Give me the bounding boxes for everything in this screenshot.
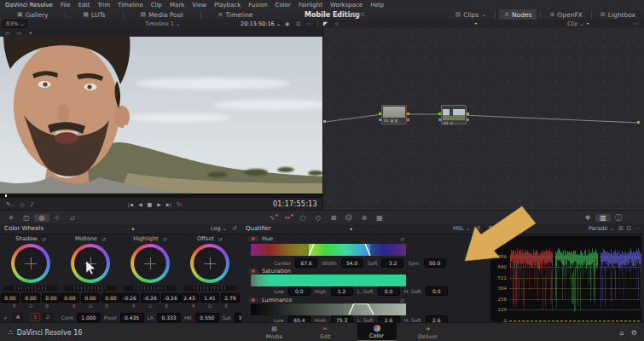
midtone-color-wheel[interactable]: [71, 244, 110, 283]
menu-playback[interactable]: Playback: [214, 2, 241, 9]
window-alt-icon[interactable]: ◇: [310, 214, 326, 222]
lum-enable-toggle[interactable]: [248, 298, 258, 303]
settings-icon[interactable]: ⚙: [631, 329, 637, 337]
midtone-master-wheel[interactable]: [64, 286, 117, 291]
wheel-rgb-value[interactable]: 0.00: [42, 293, 61, 303]
menu-help[interactable]: Help: [370, 2, 384, 9]
timeline-button[interactable]: ≡Timeline: [213, 9, 258, 20]
sat-low-value[interactable]: 0.0: [288, 286, 310, 296]
wheel-rgb-value[interactable]: 1.41: [200, 293, 219, 303]
audio-mute-icon[interactable]: ♪: [27, 201, 36, 208]
reset-icon[interactable]: ↺: [102, 236, 106, 242]
adjust-value-hr[interactable]: 0.550: [195, 313, 219, 322]
wipe-mode-icon[interactable]: ▭: [5, 30, 10, 36]
node-mode-select[interactable]: Clip ⌄ •: [567, 20, 589, 27]
master-timecode[interactable]: 20:13:50:16 ⌄: [241, 20, 281, 27]
enhanced-viewer-icon[interactable]: ✦: [28, 30, 32, 36]
menu-workspace[interactable]: Workspace: [330, 2, 363, 9]
wheel-rgb-value[interactable]: -0.26: [141, 293, 160, 303]
scope-layout-icon[interactable]: ☰: [618, 225, 624, 232]
sat-enable-toggle[interactable]: [248, 269, 258, 275]
menu-trim[interactable]: Trim: [97, 2, 110, 9]
gallery-button[interactable]: ▣Gallery: [12, 9, 53, 20]
wheel-page-2[interactable]: 2: [43, 313, 53, 321]
source-output-port[interactable]: [323, 120, 326, 123]
grab-still-icon[interactable]: ◎: [17, 201, 27, 208]
menu-file[interactable]: File: [61, 2, 71, 9]
hue-enable-toggle[interactable]: [248, 236, 258, 242]
tracker-icon[interactable]: ⊹: [49, 214, 65, 222]
wheel-page-1[interactable]: 1: [30, 313, 40, 321]
hue-soft-value[interactable]: 3.2: [381, 258, 403, 268]
home-icon[interactable]: ⌂: [620, 329, 624, 337]
wheel-rgb-value[interactable]: -0.26: [120, 293, 139, 303]
info-icon[interactable]: ⓘ: [611, 213, 626, 223]
sat-high-value[interactable]: 1.2: [331, 286, 353, 296]
more-icon[interactable]: ⋯: [633, 20, 639, 27]
panel-page-dots[interactable]: • · · ·: [350, 226, 374, 232]
adjust-value-lr[interactable]: 0.333: [157, 313, 181, 322]
menu-color[interactable]: Color: [276, 2, 291, 9]
step-back-button[interactable]: ◀: [136, 201, 145, 207]
motion-effects-icon[interactable]: ≋: [357, 214, 372, 222]
menu-fairlight[interactable]: Fairlight: [299, 2, 322, 9]
wheel-rgb-value[interactable]: 0.00: [21, 293, 40, 303]
play-button[interactable]: ▶: [154, 201, 164, 207]
adjust-value-cont[interactable]: 1.000: [77, 313, 101, 322]
qualifier-icon[interactable]: ✑: [280, 214, 295, 222]
skip-end-button[interactable]: ▶|: [164, 202, 174, 207]
node-01[interactable]: 01 ◍: [441, 105, 467, 124]
lum-range-bar[interactable]: [251, 303, 406, 315]
color-wheels-icon[interactable]: ◎: [34, 214, 49, 222]
expand-icon[interactable]: ⊡: [296, 20, 300, 27]
reset-icon[interactable]: ↺: [400, 236, 404, 242]
stop-button[interactable]: ■: [145, 201, 155, 207]
menu-view[interactable]: View: [192, 2, 206, 9]
sink-input-port[interactable]: [637, 121, 640, 124]
tab-media[interactable]: ▤Media: [255, 323, 294, 341]
node-page-dots[interactable]: • ·: [474, 20, 481, 27]
sat-lsoft-value[interactable]: 0.0: [378, 286, 400, 296]
media-pool-button[interactable]: ▤Media Pool: [136, 9, 189, 20]
hue-center-value[interactable]: 67.6: [295, 258, 317, 268]
tab-edit[interactable]: ✂Edit: [306, 323, 345, 341]
window-icon[interactable]: ○: [295, 214, 310, 222]
menu-fusion[interactable]: Fusion: [248, 2, 267, 9]
scopes-palette-icon[interactable]: ▥: [595, 214, 611, 222]
wheel-rgb-value[interactable]: 0.00: [1, 293, 20, 303]
menu-timeline[interactable]: Timeline: [118, 2, 143, 9]
pointer-tool-icon[interactable]: ◤: [323, 20, 328, 27]
keyer-icon[interactable]: ⊠: [326, 214, 341, 222]
nodes-button[interactable]: ⋔Nodes: [499, 9, 537, 20]
reset-icon[interactable]: ↺: [42, 236, 46, 242]
face-refinement-icon[interactable]: ☺: [341, 214, 357, 222]
clips-button[interactable]: ▥Clips⌄: [450, 9, 492, 20]
color-mixer-icon[interactable]: ◫: [19, 214, 34, 222]
sat-hsoft-value[interactable]: 0.0: [426, 286, 448, 296]
scopes-mode-select[interactable]: Parade ⌄: [589, 225, 614, 232]
menu-clip[interactable]: Clip: [151, 2, 162, 9]
offset-color-wheel[interactable]: [190, 244, 229, 283]
pan-tool-icon[interactable]: ⊹: [334, 20, 339, 27]
reset-icon[interactable]: ↺: [218, 236, 223, 242]
shadow-master-wheel[interactable]: [4, 286, 57, 291]
menu-mark[interactable]: Mark: [170, 2, 184, 9]
adjust-value-pivot[interactable]: 0.435: [120, 313, 144, 322]
blur-palette-icon[interactable]: ❖: [580, 214, 595, 222]
more-icon[interactable]: ⋯: [306, 20, 312, 27]
openfx-button[interactable]: ⊛OpenFX: [544, 9, 587, 20]
wheel-rgb-value[interactable]: 2.79: [221, 293, 240, 303]
skip-start-button[interactable]: |◀: [125, 202, 136, 207]
bars-toggle-icon[interactable]: ✓: [3, 315, 8, 321]
plugin-icon[interactable]: ▦: [372, 214, 387, 222]
reset-icon[interactable]: ↺: [163, 236, 167, 242]
expand-icon[interactable]: ⊡: [626, 225, 631, 232]
node-02[interactable]: 02 ▦ ◧: [381, 105, 407, 124]
auto-balance-icon[interactable]: A: [13, 313, 23, 321]
tab-color[interactable]: Color: [357, 323, 397, 341]
qualifier-mode-select[interactable]: HSL ⌄: [453, 225, 470, 232]
timeline-select[interactable]: Timeline 1 ⌄: [145, 20, 180, 27]
reset-icon[interactable]: ↺: [232, 225, 237, 232]
camera-raw-icon[interactable]: ✳: [3, 214, 19, 222]
panel-page-dots[interactable]: · · •: [118, 226, 136, 232]
